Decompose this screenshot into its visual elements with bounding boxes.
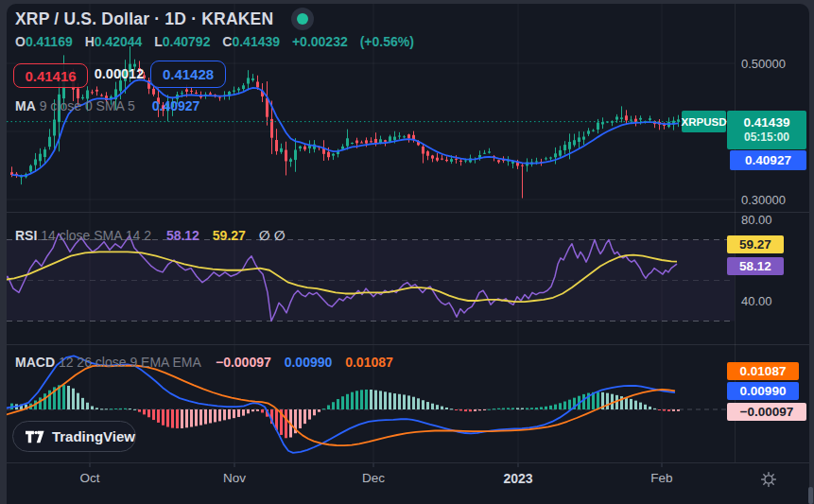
rsi-value-badge: 58.12 bbox=[727, 257, 784, 275]
rsi-empty-values: ∅ ∅ bbox=[259, 228, 286, 243]
rsi-params: 14 close SMA 14 2 bbox=[41, 228, 151, 243]
low-label: L bbox=[154, 34, 163, 49]
low-value: 0.40792 bbox=[163, 34, 211, 49]
macd-legend[interactable]: MACD 12 26 close 9 EMA EMA −0.00097 0.00… bbox=[15, 355, 393, 370]
ma-legend[interactable]: MA 9 close 0 SMA 5 0.40927 bbox=[15, 98, 199, 113]
time-axis-label-feb[interactable]: Feb bbox=[650, 471, 672, 485]
high-value: 0.42044 bbox=[95, 34, 143, 49]
change-percent: (+0.56%) bbox=[360, 34, 414, 49]
macd-line-badge: 0.00990 bbox=[727, 382, 799, 400]
symbol-title[interactable]: XRP / U.S. Dollar · 1D · KRAKEN bbox=[15, 9, 273, 29]
rsi-axis-label-80[interactable]: 80.00 bbox=[741, 213, 772, 227]
live-dot-icon bbox=[297, 13, 308, 25]
open-label: O bbox=[15, 34, 26, 49]
time-axis-label-nov[interactable]: Nov bbox=[223, 471, 246, 485]
time-axis-label-oct[interactable]: Oct bbox=[79, 471, 99, 485]
spread-value: 0.00012 bbox=[92, 66, 147, 81]
axis-settings-gear-icon[interactable] bbox=[759, 470, 778, 489]
macd-signal-badge: 0.01087 bbox=[727, 362, 799, 380]
tradingview-chart-window: XRP / U.S. Dollar · 1D · KRAKEN O0.41169… bbox=[0, 0, 814, 504]
macd-params: 12 26 close 9 EMA EMA bbox=[59, 355, 200, 370]
open-value: 0.41169 bbox=[26, 34, 73, 49]
ma-line bbox=[12, 79, 679, 176]
rsi-axis-label-40[interactable]: 40.00 bbox=[741, 294, 772, 308]
time-axis-label-dec[interactable]: Dec bbox=[362, 471, 385, 485]
symbol-price-badge: XRPUSD bbox=[682, 111, 726, 132]
tradingview-logo-text: TradingView bbox=[52, 428, 135, 444]
time-axis-label-2023[interactable]: 2023 bbox=[503, 471, 532, 486]
price-axis-label-030[interactable]: 0.30000 bbox=[741, 193, 786, 207]
last-price-badge: 0.41439 05:15:00 bbox=[727, 111, 806, 149]
rsi-title: RSI bbox=[15, 228, 37, 243]
ma-price-badge: 0.40927 bbox=[730, 150, 806, 170]
macd-hist-value: −0.00097 bbox=[216, 355, 271, 370]
ma-title: MA bbox=[15, 98, 36, 113]
close-value: 0.41439 bbox=[232, 34, 280, 49]
rsi-legend[interactable]: RSI 14 close SMA 14 2 58.12 59.27 ∅ ∅ bbox=[15, 228, 286, 243]
macd-signal-value: 0.01087 bbox=[345, 355, 393, 370]
buy-price-button[interactable]: 0.41428 bbox=[150, 61, 226, 88]
close-label: C bbox=[222, 34, 232, 49]
ma-params: 9 close 0 SMA 5 bbox=[40, 98, 135, 113]
macd-line-value: 0.00990 bbox=[285, 355, 333, 370]
rsi-sma-badge: 59.27 bbox=[727, 235, 784, 253]
ma-value: 0.40927 bbox=[152, 98, 200, 113]
rsi-value: 58.12 bbox=[166, 228, 199, 243]
change-value: +0.00232 bbox=[292, 34, 348, 49]
live-status-icon bbox=[291, 8, 314, 30]
ohlc-row: O0.41169 H0.42044 L0.40792 C0.41439 +0.0… bbox=[15, 34, 414, 49]
rsi-sma-value: 59.27 bbox=[213, 228, 246, 243]
bar-countdown: 05:15:00 bbox=[744, 130, 789, 145]
last-price-value: 0.41439 bbox=[744, 115, 790, 131]
macd-hist-badge: −0.00097 bbox=[727, 403, 806, 421]
macd-title: MACD bbox=[15, 355, 55, 370]
price-axis-label-050[interactable]: 0.50000 bbox=[741, 57, 786, 71]
scrollbar-thumb[interactable] bbox=[808, 487, 813, 504]
high-label: H bbox=[85, 34, 95, 49]
sell-price-button[interactable]: 0.41416 bbox=[13, 63, 88, 88]
tradingview-logo[interactable]: TradingView bbox=[12, 421, 136, 452]
tradingview-glyph-icon bbox=[26, 428, 44, 445]
